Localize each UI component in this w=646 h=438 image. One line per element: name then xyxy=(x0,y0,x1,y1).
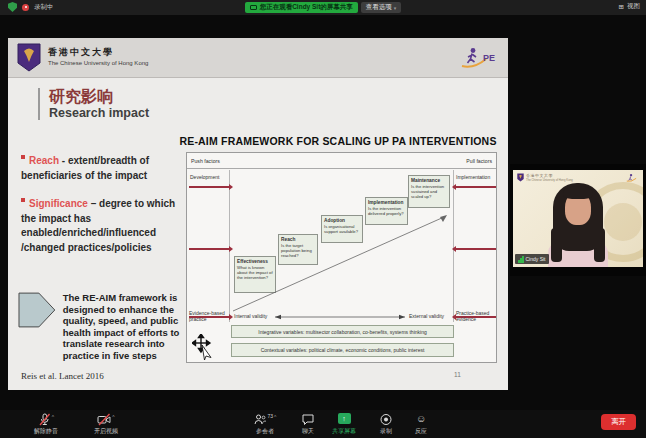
chat-icon xyxy=(302,413,315,426)
mic-active-icon xyxy=(518,256,524,263)
bullet-square-icon xyxy=(21,155,25,159)
reaim-callout: The RE-AIM framework is designed to enha… xyxy=(18,292,186,361)
participant-video-tile[interactable]: 香港中文大學 The Chinese University of Hong Ko… xyxy=(510,164,646,276)
record-icon xyxy=(380,413,393,426)
presenter-hair xyxy=(563,186,593,199)
university-name-zh: 香港中文大學 xyxy=(48,46,148,59)
background-cuhk-logo: 香港中文大學 The Chinese University of Hong Ko… xyxy=(517,173,573,182)
screen-share-banner: 您正在观看Cindy Sit的屏幕共享 xyxy=(245,2,358,13)
internal-validity-label: Internal validity xyxy=(234,313,267,319)
share-screen-button[interactable]: ↑ 共享屏幕 xyxy=(332,413,356,436)
bullet-reach: Reach - extent/breadth of beneficiaries … xyxy=(21,154,183,183)
bullet-list: Reach - extent/breadth of beneficiaries … xyxy=(21,154,183,269)
university-name-en: The Chinese University of Hong Kong xyxy=(48,60,148,66)
reactions-button[interactable]: ☺ 反应 xyxy=(415,413,427,436)
chevron-down-icon: ▾ xyxy=(394,5,397,11)
bullet-significance: Significance – degree to which the impac… xyxy=(21,197,183,255)
bullet-square-icon xyxy=(21,198,25,202)
participants-icon xyxy=(254,413,267,426)
cuhk-crest-logo xyxy=(17,43,41,72)
meeting-toolbar: ^ 解除静音 ^ 开启视频 xyxy=(0,410,646,438)
chevron-up-icon[interactable]: ^ xyxy=(274,414,276,420)
chat-button[interactable]: 聊天 xyxy=(302,413,315,436)
record-button[interactable]: 录制 xyxy=(380,413,393,436)
share-banner-text: 您正在观看Cindy Sit的屏幕共享 xyxy=(260,3,353,12)
cuhk-crest-icon xyxy=(517,173,524,182)
contextual-variables-bar: Contextual variables: political climate,… xyxy=(231,343,454,357)
slide-header: 香港中文大學 The Chinese University of Hong Ko… xyxy=(8,38,508,78)
evidence-based-practice-label: Evidence-based practice xyxy=(189,310,227,323)
callout-text: The RE-AIM framework is designed to enha… xyxy=(63,292,186,361)
video-frame: 香港中文大學 The Chinese University of Hong Ko… xyxy=(513,170,643,267)
slide-title-zh: 研究影响 xyxy=(49,88,149,106)
share-screen-icon: ↑ xyxy=(338,413,351,424)
chevron-up-icon[interactable]: ^ xyxy=(52,414,54,420)
start-video-button[interactable]: ^ 开启视频 xyxy=(94,413,118,436)
meeting-topbar: 录制中 您正在观看Cindy Sit的屏幕共享 查看选项 ▾ ⊞ 视图 xyxy=(0,0,646,15)
slide-title-en: Research impact xyxy=(49,106,149,120)
practice-based-evidence-label: Practice-based evidence xyxy=(456,310,496,323)
shared-slide: 香港中文大學 The Chinese University of Hong Ko… xyxy=(8,38,508,390)
svg-text:PE: PE xyxy=(483,53,495,63)
grid-view-icon: ⊞ xyxy=(619,3,624,11)
block-arrow-icon xyxy=(18,292,56,328)
view-options-button[interactable]: 查看选项 ▾ xyxy=(361,2,402,13)
external-validity-label: External validity xyxy=(409,313,444,319)
participant-name: Cindy Sit xyxy=(526,256,546,262)
leave-meeting-button[interactable]: 离开 xyxy=(601,414,636,430)
camera-off-icon xyxy=(97,413,111,426)
mic-muted-icon xyxy=(38,413,51,426)
slide-title-block: 研究影响 Research impact xyxy=(38,88,149,120)
chevron-up-icon[interactable]: ^ xyxy=(112,414,114,420)
slide-page-number: 11 xyxy=(454,371,461,378)
reactions-icon: ☺ xyxy=(416,413,426,425)
background-pe-logo xyxy=(626,173,640,183)
participants-button[interactable]: 73 ^ 参会者 xyxy=(254,413,277,436)
zoom-meeting-window: 录制中 您正在观看Cindy Sit的屏幕共享 查看选项 ▾ ⊞ 视图 香港中文 xyxy=(0,0,646,438)
participants-count: 73 xyxy=(268,413,274,419)
pe-department-logo: PE xyxy=(460,46,496,70)
move-cursor-icon xyxy=(192,334,214,360)
monitor-icon xyxy=(250,5,257,10)
participant-name-tag: Cindy Sit xyxy=(515,254,549,264)
citation: Reis et al. Lancet 2016 xyxy=(21,371,104,381)
view-button[interactable]: ⊞ 视图 xyxy=(619,2,640,11)
reaim-diagram: Push factors Pull factors Development Im… xyxy=(186,152,497,363)
integrative-variables-bar: Integrative variables: multisector colla… xyxy=(231,325,454,338)
diagram-title: RE-AIM FRAMEWORK FOR SCALING UP PA INTER… xyxy=(178,135,498,147)
unmute-button[interactable]: ^ 解除静音 xyxy=(34,413,58,436)
